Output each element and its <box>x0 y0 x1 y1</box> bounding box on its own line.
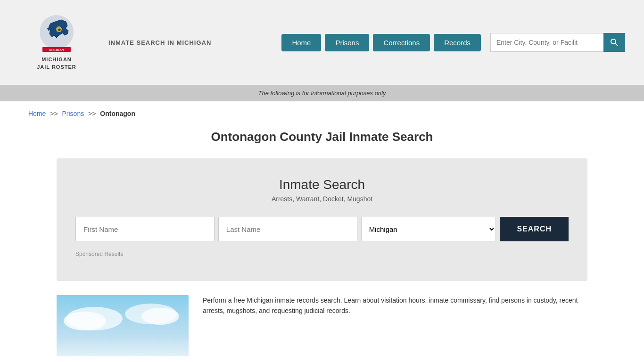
svg-point-11 <box>141 308 179 325</box>
breadcrumb-current: Ontonagon <box>100 110 135 117</box>
site-title: INMATE SEARCH IN MICHIGAN <box>108 39 211 46</box>
site-header: ★ MICHIGAN MICHIGAN JAIL ROSTER INMATE S… <box>0 0 644 85</box>
sponsored-label: Sponsored Results <box>75 251 569 257</box>
svg-text:★: ★ <box>58 28 61 32</box>
svg-text:MICHIGAN: MICHIGAN <box>50 49 64 51</box>
svg-line-6 <box>615 43 618 46</box>
inmate-search-title: Inmate Search <box>75 177 569 192</box>
svg-point-9 <box>64 312 106 330</box>
breadcrumb: Home >> Prisons >> Ontonagon <box>0 101 644 121</box>
inmate-search-subtitle: Arrests, Warrant, Docket, Mugshot <box>75 195 569 203</box>
bottom-image-svg <box>57 295 189 356</box>
bottom-description: Perform a free Michigan inmate records s… <box>203 295 587 316</box>
search-button[interactable]: SEARCH <box>500 217 569 241</box>
search-icon <box>610 38 619 47</box>
breadcrumb-prisons-link[interactable]: Prisons <box>62 110 84 117</box>
info-bar-text: The following is for informational purpo… <box>258 90 386 97</box>
page-title: Ontonagon County Jail Inmate Search <box>0 130 644 144</box>
header-search-input[interactable] <box>490 33 603 52</box>
nav-home-button[interactable]: Home <box>281 34 321 51</box>
last-name-input[interactable] <box>218 217 357 241</box>
state-select[interactable]: Michigan Alabama Alaska Arizona Arkansas… <box>361 217 496 241</box>
logo-text: MICHIGAN JAIL ROSTER <box>37 56 76 71</box>
logo-area: ★ MICHIGAN MICHIGAN JAIL ROSTER <box>19 14 94 71</box>
nav-prisons-button[interactable]: Prisons <box>325 34 369 51</box>
nav-corrections-button[interactable]: Corrections <box>373 34 430 51</box>
logo-image: ★ MICHIGAN <box>38 14 75 54</box>
info-bar: The following is for informational purpo… <box>0 85 644 101</box>
header-search-wrapper <box>490 33 625 52</box>
bottom-section: Perform a free Michigan inmate records s… <box>57 295 587 356</box>
header-search-button[interactable] <box>603 33 625 52</box>
breadcrumb-home-link[interactable]: Home <box>28 110 46 117</box>
search-fields: Michigan Alabama Alaska Arizona Arkansas… <box>75 217 569 241</box>
main-nav: Home Prisons Corrections Records <box>281 33 625 52</box>
bottom-image <box>57 295 189 356</box>
first-name-input[interactable] <box>75 217 215 241</box>
search-section: Inmate Search Arrests, Warrant, Docket, … <box>57 158 587 281</box>
breadcrumb-sep1: >> <box>50 110 58 117</box>
svg-point-5 <box>611 39 616 44</box>
breadcrumb-sep2: >> <box>88 110 96 117</box>
nav-records-button[interactable]: Records <box>434 34 481 51</box>
